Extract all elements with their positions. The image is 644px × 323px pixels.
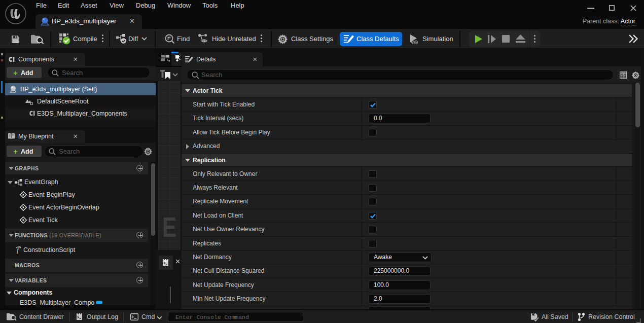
svg-text:f: f xyxy=(17,246,20,254)
